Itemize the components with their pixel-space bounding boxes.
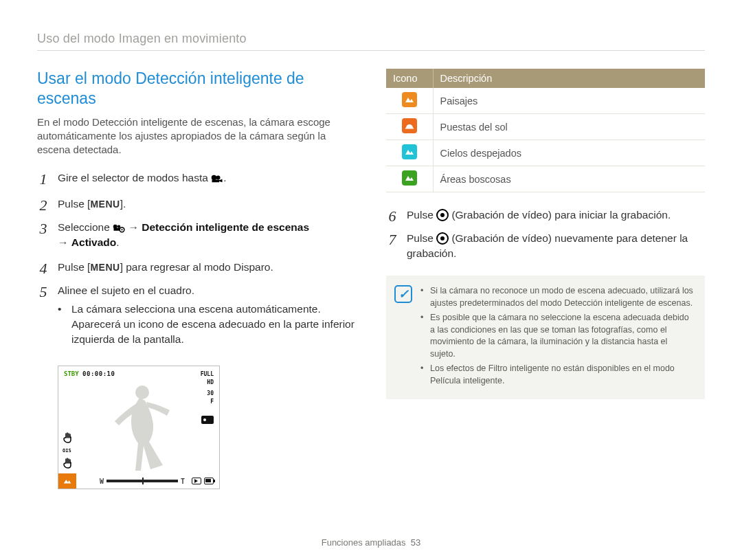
note-box: ✓ •Si la cámara no reconoce un modo de e…: [386, 276, 705, 399]
svg-point-1: [216, 176, 221, 180]
menu-button-icon: MENU: [90, 262, 120, 273]
table-row: Puestas del sol: [386, 114, 705, 140]
record-button-icon: [436, 209, 449, 221]
step-6: 6 Pulse (Grabación de vídeo) para inicia…: [386, 208, 705, 224]
step-5-sub1: La cámara selecciona una escena automáti…: [71, 302, 356, 346]
svg-point-3: [113, 225, 117, 229]
preview-battery-icon: [204, 478, 214, 484]
svg-point-4: [117, 225, 121, 229]
arrow-icon: →: [58, 236, 71, 248]
preview-fps: 30 F: [201, 390, 214, 406]
step-3-option: Detección inteligente de escenas: [142, 221, 309, 233]
step-2-text-b: ].: [120, 198, 126, 210]
step-5: 5 Alinee el sujeto en el cuadro. •La cám…: [37, 283, 356, 357]
svg-point-0: [212, 175, 217, 181]
row-sky-desc: Cielos despejados: [433, 140, 705, 166]
step-7-text-a: Pulse: [407, 232, 436, 244]
step-5-sub: •La cámara selecciona una escena automát…: [58, 302, 356, 346]
menu-button-icon: MENU: [90, 199, 120, 210]
movie-settings-icon: [113, 222, 125, 232]
ois-icon: [63, 432, 74, 443]
step-1-text-a: Gire el selector de modos hasta: [58, 172, 211, 183]
table-row: Áreas boscosas: [386, 166, 705, 192]
preview-card-icon: [192, 478, 201, 484]
step-2: 2 Pulse [MENU].: [37, 197, 356, 213]
row-landscape-desc: Paisajes: [433, 88, 705, 114]
zoom-w: W: [100, 478, 104, 485]
step-3-text-f: .: [116, 236, 119, 248]
row-sunset-desc: Puestas del sol: [433, 114, 705, 140]
th-icon: Icono: [386, 69, 433, 88]
record-button-icon: [436, 232, 449, 245]
note-1: Si la cámara no reconoce un modo de esce…: [430, 285, 694, 309]
svg-point-7: [122, 229, 123, 230]
preview-subject: [98, 380, 181, 475]
svg-rect-5: [114, 228, 120, 231]
row-forest-desc: Áreas boscosas: [433, 166, 705, 192]
breadcrumb: Uso del modo Imagen en movimiento: [37, 32, 705, 46]
step-3-text-a: Seleccione: [58, 221, 113, 233]
info-icon: ✓: [394, 285, 412, 303]
preview-resolution: FULL HD: [201, 370, 214, 387]
step-4-text-b: ] para regresar al modo Disparo.: [120, 261, 273, 273]
step-1: 1 Gire el selector de modos hasta .: [37, 170, 356, 187]
svg-rect-2: [212, 180, 220, 183]
page-title: Usar el modo Detección inteligente de es…: [37, 69, 356, 109]
svg-point-8: [135, 385, 149, 399]
preview-scene-icon: [58, 473, 76, 489]
table-row: Cielos despejados: [386, 140, 705, 166]
step-3: 3 Seleccione → Detección inteligente de …: [37, 220, 356, 249]
preview-zoom-slider: W T: [100, 478, 185, 485]
preview-metering-icon: [201, 416, 214, 424]
step-1-text-b: .: [223, 172, 226, 183]
footer-section: Funciones ampliadas: [322, 537, 406, 548]
note-2: Es posible que la cámara no seleccione l…: [430, 312, 694, 360]
forest-icon: [402, 170, 417, 186]
step-4: 4 Pulse [MENU] para regresar al modo Dis…: [37, 260, 356, 276]
step-7: 7 Pulse (Grabación de vídeo) nuevamente …: [386, 231, 705, 260]
table-row: Paisajes: [386, 88, 705, 114]
divider: [37, 50, 705, 51]
preview-stby: STBY: [64, 370, 79, 377]
landscape-icon: [402, 92, 417, 107]
svg-rect-9: [405, 128, 414, 129]
step-5-text: Alinee el sujeto en el cuadro.: [58, 284, 194, 296]
sunset-icon: [402, 118, 417, 133]
ois-alive-icon: [63, 458, 74, 469]
scene-icon-table: Icono Descripción Paisajes Puestas del s…: [386, 69, 705, 192]
footer-page: 53: [411, 537, 420, 548]
camera-preview: STBY 00:00:10 FULL HD 30 F OIS ALIVE: [58, 366, 220, 489]
step-7-text-b: (Grabación de vídeo) nuevamente para det…: [407, 232, 688, 259]
page-footer: Funciones ampliadas 53: [0, 537, 742, 548]
intro-text: En el modo Detección inteligente de esce…: [37, 115, 356, 157]
step-2-text-a: Pulse [: [58, 198, 90, 210]
preview-ois-a: OIS: [63, 449, 75, 453]
sky-icon: [402, 144, 417, 159]
movie-mode-icon: [211, 172, 223, 182]
step-4-text-a: Pulse [: [58, 261, 90, 273]
step-6-text-a: Pulse: [407, 209, 436, 221]
step-6-text-b: (Grabación de vídeo) para iniciar la gra…: [449, 209, 671, 221]
th-desc: Descripción: [433, 69, 705, 88]
step-3-value: Activado: [71, 236, 116, 248]
zoom-t: T: [181, 478, 185, 485]
arrow-icon: →: [125, 221, 142, 233]
preview-time: 00:00:10: [82, 370, 115, 377]
note-3: Los efectos de Filtro inteligente no est…: [430, 363, 694, 387]
